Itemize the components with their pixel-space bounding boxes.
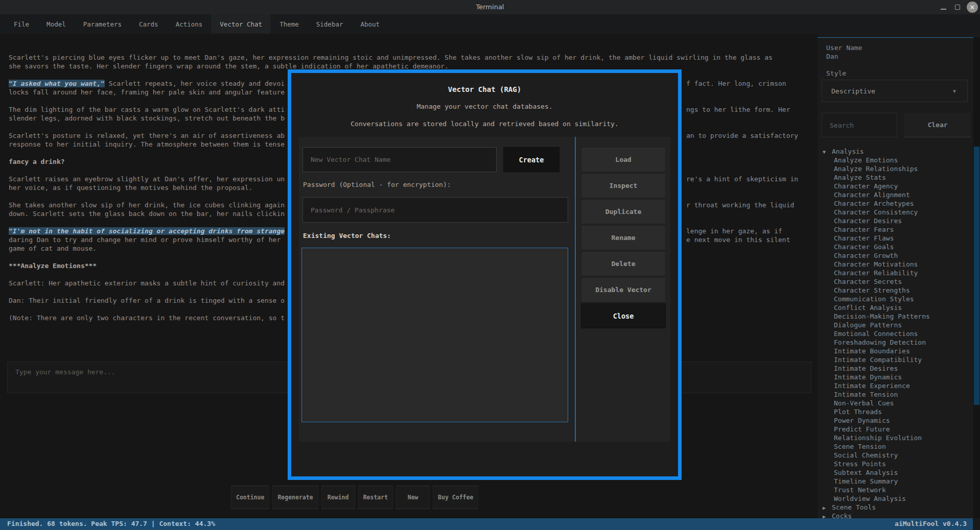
maximize-icon [955,5,960,10]
menu-item-cards[interactable]: Cards [130,14,167,34]
sidebar-item-character-goals[interactable]: Character Goals [823,243,970,251]
chevron-down-icon: ▼ [953,88,956,94]
create-button[interactable]: Create [503,147,559,172]
sidebar-item-intimate-boundaries[interactable]: Intimate Boundaries [823,347,970,355]
disable-vector-button[interactable]: Disable Vector [581,277,666,302]
minimize-button[interactable] [938,2,948,12]
story-text: daring Dan to try and change her mind or… [9,236,281,244]
continue-button[interactable]: Continue [231,486,269,509]
sidebar-item-social-chemistry[interactable]: Social Chemistry [823,451,970,460]
menu-item-parameters[interactable]: Parameters [75,14,130,34]
sidebar-item-intimate-dynamics[interactable]: Intimate Dynamics [823,373,970,381]
sidebar-divider [818,37,980,38]
sidebar-item-non-verbal-cues[interactable]: Non-Verbal Cues [823,399,970,407]
status-text: Finished. 68 tokens. Peak TPS: 47.7 | Co… [7,520,215,527]
menu-item-actions[interactable]: Actions [167,14,212,34]
sidebar-item-plot-threads[interactable]: Plot Threads [823,407,970,416]
sidebar-item-character-archetypes[interactable]: Character Archetypes [823,199,970,208]
scrollbar-thumb[interactable] [974,147,979,405]
sidebar-item-stress-points[interactable]: Stress Points [823,460,970,468]
maximize-button[interactable] [952,2,963,12]
sidebar-item-character-fears[interactable]: Character Fears [823,225,970,234]
sidebar-item-decision-making-patterns[interactable]: Decision-Making Patterns [823,312,970,321]
menu-item-about[interactable]: About [352,14,388,34]
highlighted-quote: "I asked what you want," [9,80,105,87]
highlighted-quote: "I'm not in the habit of socializing or … [9,227,285,235]
sidebar-item-scene-tension[interactable]: Scene Tension [823,442,970,451]
app-version-label: aiMultiFool v0.4.3 [895,520,967,527]
vector-chat-modal: Vector Chat (RAG) Manage your vector cha… [288,69,682,480]
sidebar-item-intimate-experience[interactable]: Intimate Experience [823,381,970,390]
action-button-row: ContinueRegenerateRewindRestartNewBuy Co… [231,486,478,509]
clear-search-button[interactable]: Clear [904,113,971,137]
new-button[interactable]: New [396,486,430,509]
sidebar-item-character-flaws[interactable]: Character Flaws [823,234,970,243]
delete-button[interactable]: Delete [581,251,666,276]
buy-coffee-button[interactable]: Buy Coffee [433,486,478,509]
rename-button[interactable]: Rename [581,225,666,250]
story-text: Scarlett raises an eyebrow slightly at D… [9,175,285,183]
sidebar-item-conflict-analysis[interactable]: Conflict Analysis [823,303,970,312]
sidebar-item-worldview-analysis[interactable]: Worldview Analysis [823,494,970,503]
story-text: her voice, as if questioning the motives… [9,184,252,191]
modal-title: Vector Chat (RAG) [291,85,678,93]
sidebar-item-trust-network[interactable]: Trust Network [823,486,970,494]
sidebar-item-communication-styles[interactable]: Communication Styles [823,295,970,303]
close-window-button[interactable]: ✕ [967,2,978,13]
sidebar-item-dialogue-patterns[interactable]: Dialogue Patterns [823,321,970,329]
sidebar-item-timeline-summary[interactable]: Timeline Summary [823,477,970,486]
search-input[interactable] [822,113,897,137]
load-button[interactable]: Load [581,147,666,172]
style-selected-value: Descriptive [831,87,953,95]
sidebar-group-scene-tools[interactable]: ▶Scene Tools [823,503,970,512]
sidebar-item-subtext-analysis[interactable]: Subtext Analysis [823,468,970,477]
restart-button[interactable]: Restart [358,486,393,509]
password-label: Password (Optional - for encryption): [303,181,451,188]
menu-item-vector-chat[interactable]: Vector Chat [211,14,271,34]
sidebar-scrollbar[interactable] [973,37,980,518]
menu-item-file[interactable]: File [5,14,38,34]
bold-text: fancy a drink? [9,158,65,165]
sidebar-item-analyze-stats[interactable]: Analyze Stats [823,173,970,182]
menu-bar: FileModelParametersCardsActionsVector Ch… [0,14,980,34]
sidebar-item-character-secrets[interactable]: Character Secrets [823,277,970,286]
sidebar-item-character-agency[interactable]: Character Agency [823,182,970,190]
rewind-button[interactable]: Rewind [321,486,355,509]
sidebar-item-analyze-relationships[interactable]: Analyze Relationships [823,164,970,173]
close-button[interactable]: Close [581,303,666,328]
story-text: Scarlett's piercing blue eyes flicker up… [9,54,773,61]
password-input[interactable] [302,197,568,223]
sidebar-item-character-desires[interactable]: Character Desires [823,216,970,225]
existing-chats-listbox[interactable] [301,248,568,422]
story-text: She takes another slow sip of her drink,… [9,201,285,209]
vector-chat-name-input[interactable] [302,147,497,172]
sidebar-item-intimate-tension[interactable]: Intimate Tension [823,390,970,399]
story-text: Dan: Their initial friendly offer of a d… [9,297,285,304]
style-dropdown[interactable]: Descriptive ▼ [822,80,968,102]
sidebar-item-relationship-evolution[interactable]: Relationship Evolution [823,433,970,442]
story-text-continuation: r throat working the liquid [686,201,794,209]
duplicate-button[interactable]: Duplicate [581,199,666,224]
sidebar-item-character-strengths[interactable]: Character Strengths [823,286,970,295]
sidebar-item-power-dynamics[interactable]: Power Dynamics [823,416,970,425]
sidebar-group-analysis[interactable]: ▼Analysis [823,147,970,156]
sidebar-item-character-alignment[interactable]: Character Alignment [823,190,970,199]
inspect-button[interactable]: Inspect [581,173,666,198]
regenerate-button[interactable]: Regenerate [272,486,318,509]
sidebar-item-emotional-connections[interactable]: Emotional Connections [823,329,970,338]
sidebar-item-character-motivations[interactable]: Character Motivations [823,260,970,269]
sidebar-item-foreshadowing-detection[interactable]: Foreshadowing Detection [823,338,970,347]
sidebar-item-predict-future[interactable]: Predict Future [823,425,970,433]
sidebar-item-intimate-compatibility[interactable]: Intimate Compatibility [823,355,970,364]
story-text: she savors the taste. Her slender finger… [9,62,449,70]
sidebar-group-label: Scene Tools [832,503,876,511]
sidebar-item-character-growth[interactable]: Character Growth [823,251,970,260]
chevron-right-icon: ▶ [823,503,832,512]
menu-item-model[interactable]: Model [38,14,75,34]
sidebar-item-analyze-emotions[interactable]: Analyze Emotions [823,156,970,164]
sidebar-item-intimate-desires[interactable]: Intimate Desires [823,364,970,373]
sidebar-item-character-reliability[interactable]: Character Reliability [823,269,970,277]
sidebar-item-character-consistency[interactable]: Character Consistency [823,208,970,216]
menu-item-theme[interactable]: Theme [271,14,308,34]
menu-item-sidebar[interactable]: Sidebar [308,14,352,34]
